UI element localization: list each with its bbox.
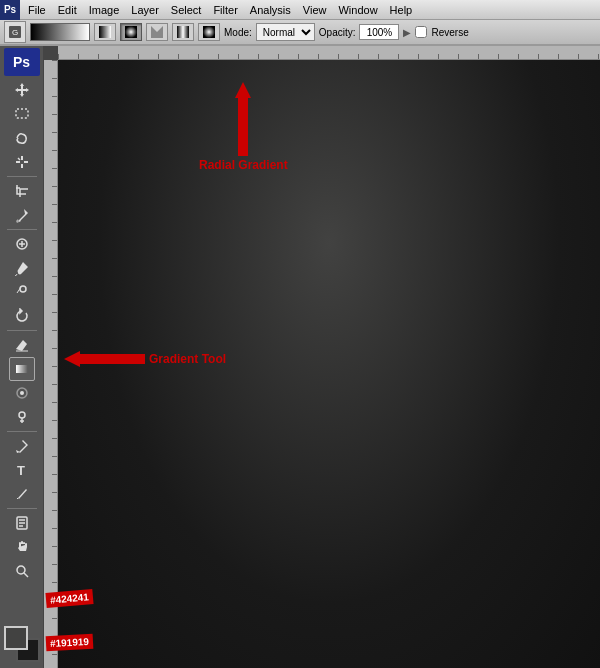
svg-line-13 [18, 158, 20, 160]
tool-separator-3 [7, 330, 37, 331]
menu-file[interactable]: File [22, 2, 52, 18]
color-swatches [4, 626, 40, 662]
zoom-tool[interactable] [9, 559, 35, 583]
opacity-percent-btn[interactable]: ▶ [403, 27, 411, 38]
opacity-input[interactable] [359, 24, 399, 40]
ps-logo: Ps [4, 48, 40, 76]
svg-line-23 [24, 573, 28, 577]
svg-point-18 [20, 391, 24, 395]
gradient-preview[interactable] [30, 23, 90, 41]
svg-rect-16 [16, 365, 28, 373]
dodge-tool[interactable] [9, 405, 35, 429]
svg-point-15 [20, 286, 26, 292]
canvas-area: (function(){ var r = document.getElement… [44, 46, 600, 668]
marquee-tool[interactable] [9, 102, 35, 126]
svg-rect-8 [16, 109, 28, 118]
move-tool[interactable] [9, 78, 35, 102]
gradient-diamond-btn[interactable] [198, 23, 220, 41]
menu-window[interactable]: Window [332, 2, 383, 18]
options-bar: G Mode: Normal Opacity: ▶ Reverse [0, 20, 600, 46]
blur-tool[interactable] [9, 381, 35, 405]
foreground-color-swatch[interactable] [4, 626, 28, 650]
vertical-ruler: (function(){ var r = document.getElement… [44, 60, 58, 668]
history-brush-tool[interactable] [9, 304, 35, 328]
svg-text:G: G [12, 28, 18, 37]
magic-wand-tool[interactable] [9, 150, 35, 174]
path-selection-tool[interactable] [9, 482, 35, 506]
pen-tool[interactable] [9, 434, 35, 458]
menu-image[interactable]: Image [83, 2, 126, 18]
bg-color-badge: #191919 [46, 634, 94, 651]
menu-bar: Ps File Edit Image Layer Select Filter A… [0, 0, 600, 20]
menu-view[interactable]: View [297, 2, 333, 18]
canvas[interactable] [58, 60, 600, 668]
toolbar: Ps [0, 46, 44, 668]
healing-brush-tool[interactable] [9, 232, 35, 256]
svg-text:T: T [17, 463, 25, 478]
tool-preset-picker[interactable]: G [4, 21, 26, 43]
svg-rect-9 [21, 156, 23, 160]
tool-separator-1 [7, 176, 37, 177]
gradient-angle-btn[interactable] [146, 23, 168, 41]
menu-select[interactable]: Select [165, 2, 208, 18]
svg-point-22 [17, 566, 25, 574]
gradient-radial-btn[interactable] [120, 23, 142, 41]
opacity-label: Opacity: [319, 27, 356, 38]
mode-dropdown[interactable]: Normal [256, 23, 315, 41]
svg-rect-3 [125, 26, 137, 38]
svg-rect-2 [99, 26, 111, 38]
gradient-linear-btn[interactable] [94, 23, 116, 41]
svg-rect-12 [24, 161, 28, 163]
tool-separator-4 [7, 431, 37, 432]
svg-rect-11 [16, 161, 20, 163]
eraser-tool[interactable] [9, 333, 35, 357]
menu-filter[interactable]: Filter [207, 2, 243, 18]
app-logo: Ps [0, 0, 20, 20]
menu-edit[interactable]: Edit [52, 2, 83, 18]
tool-separator-2 [7, 229, 37, 230]
menu-help[interactable]: Help [384, 2, 419, 18]
clone-stamp-tool[interactable] [9, 280, 35, 304]
tool-separator-5 [7, 508, 37, 509]
gradient-tool[interactable] [9, 357, 35, 381]
svg-rect-7 [203, 26, 215, 38]
brush-tool[interactable] [9, 256, 35, 280]
svg-rect-6 [177, 26, 189, 38]
menu-layer[interactable]: Layer [125, 2, 165, 18]
svg-rect-10 [21, 164, 23, 168]
type-tool[interactable]: T [9, 458, 35, 482]
gradient-reflected-btn[interactable] [172, 23, 194, 41]
reverse-checkbox[interactable] [415, 26, 427, 38]
mode-label: Mode: [224, 27, 252, 38]
eyedropper-tool[interactable] [9, 203, 35, 227]
reverse-label: Reverse [431, 27, 468, 38]
svg-point-19 [19, 412, 25, 418]
menu-analysis[interactable]: Analysis [244, 2, 297, 18]
horizontal-ruler: (function(){ var r = document.getElement… [58, 46, 600, 60]
hand-tool[interactable] [9, 535, 35, 559]
main-area: Ps [0, 46, 600, 668]
crop-tool[interactable] [9, 179, 35, 203]
lasso-tool[interactable] [9, 126, 35, 150]
notes-tool[interactable] [9, 511, 35, 535]
